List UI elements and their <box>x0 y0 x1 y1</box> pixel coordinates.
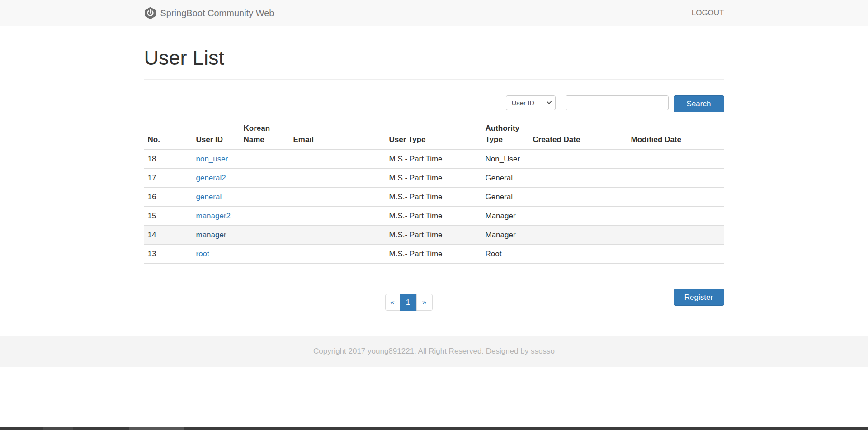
search-filter-select[interactable]: User ID <box>506 95 556 110</box>
bottom-bar-segment <box>43 427 73 430</box>
cell-korean-name <box>240 187 290 206</box>
footer-copyright: Copyright 2017 young891221. All Right Re… <box>313 347 555 356</box>
cell-created-date <box>529 187 627 206</box>
cell-no: 16 <box>144 187 193 206</box>
col-header-modified-date: Modified Date <box>627 119 724 149</box>
cell-authority-type: General <box>482 168 529 187</box>
actions-row: « 1 » Register <box>144 289 724 311</box>
cell-user-id: manager2 <box>193 206 240 225</box>
footer: Copyright 2017 young891221. All Right Re… <box>0 336 868 367</box>
user-id-link[interactable]: general <box>196 193 222 201</box>
cell-user-id: general <box>193 187 240 206</box>
cell-email <box>290 149 386 169</box>
cell-korean-name <box>240 244 290 263</box>
cell-created-date <box>529 244 627 263</box>
col-header-no: No. <box>144 119 193 149</box>
cell-created-date <box>529 225 627 244</box>
table-row: 17 general2 M.S.- Part Time General <box>144 168 724 187</box>
cell-email <box>290 168 386 187</box>
bottom-bar-segment <box>129 427 184 430</box>
pagination-page-1[interactable]: 1 <box>400 294 417 311</box>
col-header-korean-name: Korean Name <box>240 119 290 149</box>
cell-no: 15 <box>144 206 193 225</box>
cell-modified-date <box>627 168 724 187</box>
table-row: 15 manager2 M.S.- Part Time Manager <box>144 206 724 225</box>
navbar-brand[interactable]: SpringBoot Community Web <box>144 6 274 20</box>
cell-authority-type: General <box>482 187 529 206</box>
bottom-bar <box>0 427 868 430</box>
navbar-brand-label: SpringBoot Community Web <box>160 8 274 19</box>
col-header-created-date: Created Date <box>529 119 627 149</box>
pagination-prev[interactable]: « <box>385 294 400 311</box>
cell-modified-date <box>627 206 724 225</box>
springboot-logo-icon <box>144 6 156 20</box>
cell-no: 14 <box>144 225 193 244</box>
page-title: User List <box>144 47 724 69</box>
pagination: « 1 » <box>385 294 433 311</box>
cell-modified-date <box>627 187 724 206</box>
user-id-link[interactable]: manager <box>196 231 226 239</box>
cell-modified-date <box>627 225 724 244</box>
navbar: SpringBoot Community Web LOGOUT <box>0 0 868 26</box>
cell-modified-date <box>627 149 724 169</box>
cell-user-type: M.S.- Part Time <box>386 149 482 169</box>
table-header-row: No. User ID Korean Name Email User Type … <box>144 119 724 149</box>
cell-user-type: M.S.- Part Time <box>386 187 482 206</box>
cell-modified-date <box>627 244 724 263</box>
cell-no: 17 <box>144 168 193 187</box>
cell-no: 18 <box>144 149 193 169</box>
cell-user-id: manager <box>193 225 240 244</box>
table-row: 18 non_user M.S.- Part Time Non_User <box>144 149 724 169</box>
title-divider <box>144 79 724 80</box>
cell-created-date <box>529 206 627 225</box>
cell-user-type: M.S.- Part Time <box>386 168 482 187</box>
cell-authority-type: Non_User <box>482 149 529 169</box>
cell-user-type: M.S.- Part Time <box>386 244 482 263</box>
user-id-link[interactable]: general2 <box>196 174 226 182</box>
cell-created-date <box>529 168 627 187</box>
cell-authority-type: Manager <box>482 206 529 225</box>
cell-user-id: root <box>193 244 240 263</box>
col-header-user-id: User ID <box>193 119 240 149</box>
table-row: 16 general M.S.- Part Time General <box>144 187 724 206</box>
cell-created-date <box>529 149 627 169</box>
user-id-link[interactable]: manager2 <box>196 212 231 220</box>
table-row: 13 root M.S.- Part Time Root <box>144 244 724 263</box>
cell-email <box>290 225 386 244</box>
user-id-link[interactable]: non_user <box>196 155 228 163</box>
cell-email <box>290 244 386 263</box>
search-button[interactable]: Search <box>674 95 724 112</box>
search-bar: User ID Search <box>144 95 724 112</box>
pagination-next[interactable]: » <box>416 294 433 311</box>
col-header-email: Email <box>290 119 386 149</box>
col-header-user-type: User Type <box>386 119 482 149</box>
cell-user-id: general2 <box>193 168 240 187</box>
cell-email <box>290 187 386 206</box>
col-header-authority-type: Authority Type <box>482 119 529 149</box>
cell-authority-type: Root <box>482 244 529 263</box>
cell-authority-type: Manager <box>482 225 529 244</box>
search-input[interactable] <box>566 95 669 110</box>
cell-user-type: M.S.- Part Time <box>386 206 482 225</box>
logout-link[interactable]: LOGOUT <box>692 9 724 18</box>
cell-no: 13 <box>144 244 193 263</box>
cell-korean-name <box>240 206 290 225</box>
cell-korean-name <box>240 149 290 169</box>
cell-korean-name <box>240 225 290 244</box>
cell-user-id: non_user <box>193 149 240 169</box>
cell-user-type: M.S.- Part Time <box>386 225 482 244</box>
cell-korean-name <box>240 168 290 187</box>
table-row-hovered: 14 manager M.S.- Part Time Manager <box>144 225 724 244</box>
register-button[interactable]: Register <box>674 289 724 306</box>
cell-email <box>290 206 386 225</box>
user-table: No. User ID Korean Name Email User Type … <box>144 119 724 264</box>
user-id-link[interactable]: root <box>196 250 209 258</box>
